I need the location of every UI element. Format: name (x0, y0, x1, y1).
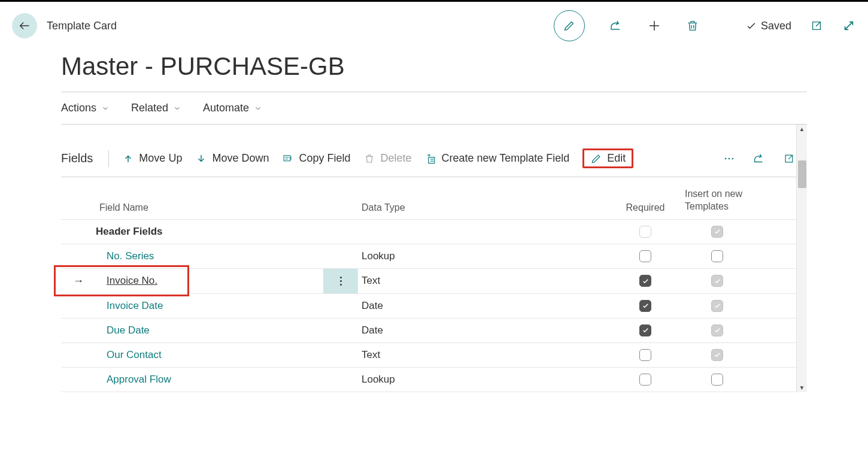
column-required[interactable]: Required (609, 202, 681, 213)
table-row[interactable]: Our ContactText (61, 343, 796, 368)
field-name-link[interactable]: No. Series (107, 250, 154, 262)
checkbox[interactable] (639, 250, 651, 262)
data-type-cell (358, 227, 609, 236)
data-type-cell: Date (358, 295, 609, 317)
share-button[interactable] (609, 19, 623, 33)
field-name-link[interactable]: Approval Flow (107, 374, 171, 385)
svg-point-3 (732, 157, 734, 159)
data-type-cell: Lookup (358, 245, 609, 267)
fields-section-title: Fields (61, 151, 93, 165)
data-type-cell: Date (358, 320, 609, 341)
table-row[interactable]: No. SeriesLookup (61, 244, 796, 269)
menu-automate[interactable]: Automate (203, 102, 262, 114)
scroll-thumb[interactable] (798, 160, 806, 188)
popout-button[interactable] (809, 19, 824, 33)
field-name-link[interactable]: Invoice Date (107, 300, 163, 311)
checkbox (711, 300, 723, 312)
table-row[interactable]: Due DateDate (61, 319, 796, 343)
delete-page-button[interactable] (685, 19, 700, 33)
checkbox[interactable] (639, 324, 651, 336)
share-grid-button[interactable] (752, 151, 766, 166)
back-button[interactable] (12, 13, 37, 38)
scroll-up-icon[interactable]: ▲ (799, 125, 805, 134)
saved-label: Saved (761, 20, 791, 32)
checkbox[interactable] (711, 250, 723, 262)
row-more-button[interactable] (323, 269, 358, 293)
checkbox (711, 324, 723, 336)
checkbox[interactable] (639, 374, 651, 386)
data-type-cell: Text (358, 270, 609, 292)
breadcrumb: Template Card (47, 20, 117, 32)
copy-field-button[interactable]: Copy Field (282, 152, 350, 165)
checkbox[interactable] (639, 300, 651, 312)
field-name-link[interactable]: Invoice No. (107, 275, 157, 286)
svg-rect-0 (284, 155, 291, 160)
svg-point-1 (725, 157, 727, 159)
menu-related[interactable]: Related (131, 102, 181, 114)
column-data-type[interactable]: Data Type (358, 202, 609, 213)
delete-field-button: Delete (363, 152, 411, 165)
checkbox[interactable] (639, 275, 651, 287)
checkbox (639, 226, 651, 238)
field-name-link: Header Fields (96, 226, 163, 237)
chevron-down-icon (173, 104, 181, 113)
column-insert-on-new[interactable]: Insert on new Templates (681, 188, 753, 213)
field-name-link[interactable]: Our Contact (107, 349, 162, 360)
move-up-button[interactable]: Move Up (122, 152, 182, 165)
move-down-button[interactable]: Move Down (195, 152, 269, 165)
edit-field-button[interactable]: Edit (582, 148, 633, 168)
svg-point-2 (729, 157, 730, 159)
scroll-down-icon[interactable]: ▼ (799, 383, 805, 392)
vertical-scrollbar[interactable]: ▲ ▼ (796, 125, 807, 392)
table-row[interactable]: Invoice DateDate (61, 294, 796, 319)
table-row[interactable]: →Invoice No.Text (61, 269, 796, 294)
checkbox (711, 349, 723, 361)
more-actions-button[interactable] (722, 151, 736, 166)
checkbox (711, 226, 723, 238)
chevron-down-icon (254, 104, 262, 113)
expand-button[interactable] (842, 19, 856, 33)
create-template-field-button[interactable]: Create new Template Field (425, 152, 570, 165)
row-selector-arrow-icon: → (73, 275, 84, 287)
field-name-link[interactable]: Due Date (107, 324, 150, 336)
table-row[interactable]: Approval FlowLookup (61, 368, 796, 392)
column-field-name[interactable]: Field Name (96, 202, 323, 213)
data-type-cell: Lookup (358, 369, 609, 390)
checkbox[interactable] (639, 349, 651, 361)
popout-grid-button[interactable] (782, 151, 796, 166)
checkbox (711, 275, 723, 287)
saved-status: Saved (745, 20, 791, 32)
data-type-cell: Text (358, 344, 609, 366)
menu-actions[interactable]: Actions (61, 102, 110, 114)
group-row[interactable]: Header Fields (61, 220, 796, 244)
checkbox[interactable] (711, 374, 723, 386)
page-title: Master - PURCHASE-GB (61, 50, 807, 92)
chevron-down-icon (101, 104, 110, 113)
new-button[interactable] (647, 19, 661, 33)
edit-page-button[interactable] (554, 10, 585, 41)
